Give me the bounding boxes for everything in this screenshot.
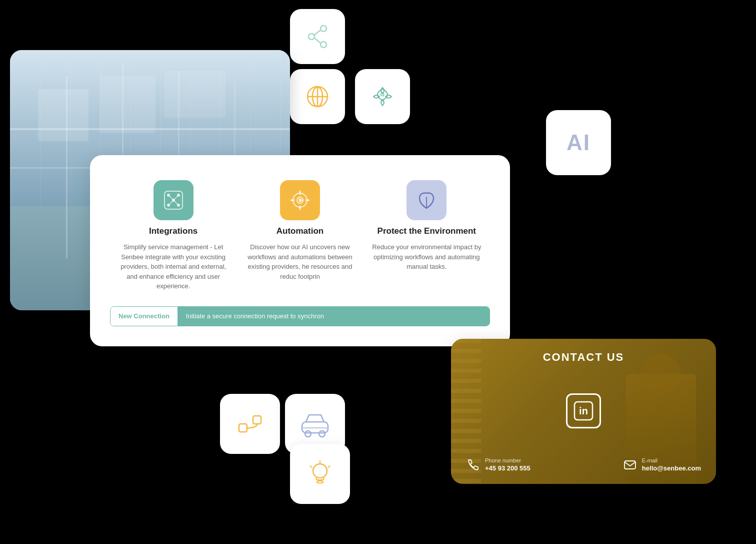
- phone-info: Phone number +45 93 200 555: [466, 457, 530, 472]
- environment-desc: Reduce your environmental impact by opti…: [369, 242, 484, 272]
- svg-line-23: [328, 466, 330, 467]
- globe-icon: [304, 84, 330, 110]
- environment-icon-box: [406, 180, 446, 220]
- share-icon: [304, 24, 330, 50]
- email-details: E-mail hello@senbee.com: [642, 457, 701, 472]
- email-value: hello@senbee.com: [642, 464, 701, 472]
- svg-rect-44: [624, 461, 636, 469]
- phone-label: Phone number: [485, 457, 530, 463]
- svg-line-4: [314, 38, 320, 43]
- svg-line-31: [174, 195, 178, 200]
- ai-text: AI: [566, 130, 590, 155]
- svg-rect-14: [253, 416, 261, 424]
- svg-line-32: [168, 200, 174, 205]
- linkedin-box[interactable]: in: [566, 393, 601, 428]
- ai-icon-card: AI: [546, 110, 611, 175]
- bulb-icon-card: [290, 444, 350, 504]
- svg-line-3: [314, 30, 320, 35]
- car-icon: [299, 408, 331, 440]
- environment-title: Protect the Environment: [378, 226, 476, 236]
- svg-point-0: [320, 26, 326, 32]
- svg-line-33: [174, 200, 178, 205]
- share-icon-card: [290, 9, 345, 64]
- automation-icon-box: [280, 180, 320, 220]
- contact-content: CONTACT US in Phone number +45 93 200 55…: [451, 339, 716, 484]
- integrations-desc: Simplify service management - Let Senbee…: [116, 242, 231, 291]
- automation-desc: Discover how our AI uncovers new workflo…: [242, 242, 358, 281]
- svg-line-22: [310, 466, 312, 467]
- svg-point-16: [305, 431, 311, 437]
- features-card: Integrations Simplify service management…: [90, 155, 510, 346]
- integrations-icon-box: [154, 180, 194, 220]
- email-info: E-mail hello@senbee.com: [623, 457, 701, 472]
- email-label: E-mail: [642, 457, 701, 463]
- snowflake-icon-card: [355, 69, 410, 124]
- automation-icon: [289, 189, 311, 211]
- svg-rect-13: [239, 424, 247, 432]
- email-icon: [623, 458, 637, 472]
- snowflake-icon: [370, 84, 396, 110]
- svg-line-30: [168, 195, 174, 200]
- feature-automation: Automation Discover how our AI uncovers …: [242, 180, 358, 291]
- phone-icon: [466, 458, 480, 472]
- features-row: Integrations Simplify service management…: [110, 180, 490, 291]
- phone-details: Phone number +45 93 200 555: [485, 457, 530, 472]
- feature-integrations: Integrations Simplify service management…: [116, 180, 231, 291]
- leaf-icon: [416, 189, 438, 211]
- new-connection-bar[interactable]: New Connection Initiate a secure connect…: [110, 306, 490, 326]
- svg-point-19: [313, 464, 327, 478]
- route-icon-card: [220, 394, 280, 454]
- svg-point-17: [319, 431, 325, 437]
- integrations-title: Integrations: [149, 226, 198, 236]
- bulb-icon: [305, 459, 335, 489]
- svg-point-2: [320, 42, 326, 48]
- globe-icon-card: [290, 69, 345, 124]
- phone-value: +45 93 200 555: [485, 464, 530, 472]
- contact-row: Phone number +45 93 200 555 E-mail hello…: [466, 457, 701, 472]
- svg-rect-20: [317, 481, 323, 483]
- contact-title: CONTACT US: [466, 351, 701, 364]
- linkedin-icon: in: [574, 401, 594, 421]
- new-connection-label: New Connection: [110, 307, 178, 326]
- contact-card: CONTACT US in Phone number +45 93 200 55…: [451, 339, 716, 484]
- route-icon: [235, 409, 265, 439]
- integrations-icon: [162, 189, 184, 211]
- svg-point-1: [308, 34, 314, 40]
- svg-text:in: in: [579, 405, 588, 416]
- feature-environment: Protect the Environment Reduce your envi…: [369, 180, 484, 291]
- automation-title: Automation: [276, 226, 324, 236]
- new-connection-text: Initiate a secure connection request to …: [178, 307, 490, 326]
